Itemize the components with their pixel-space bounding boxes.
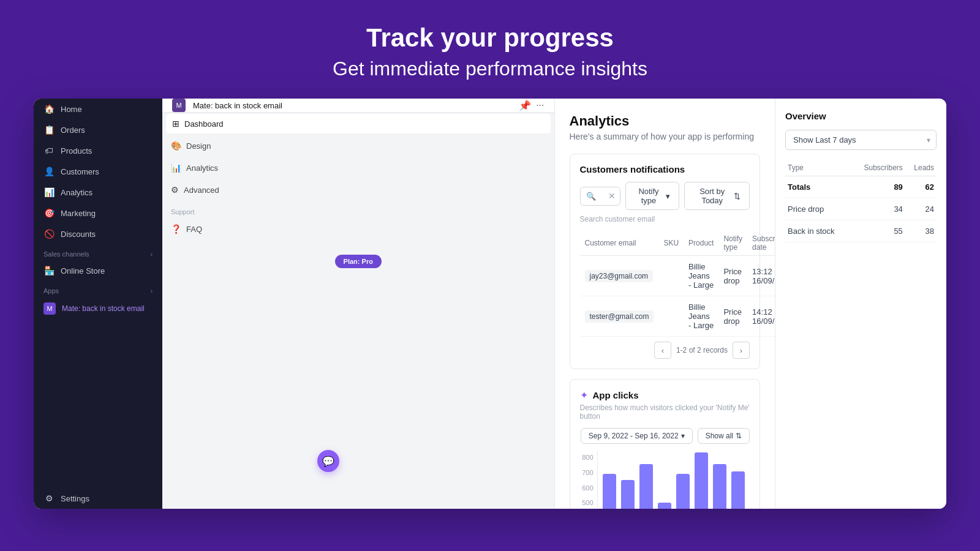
date-chevron-icon: ▾ xyxy=(681,432,685,440)
cell-sub-date: 13:12 - 16/09/2022 xyxy=(747,256,775,296)
sidebar-item-marketing[interactable]: 🎯 Marketing xyxy=(34,203,162,223)
overview-subs-totals: 89 xyxy=(850,176,905,198)
topbar-title: Mate: back in stock email xyxy=(193,101,282,110)
clear-icon[interactable]: ✕ xyxy=(608,191,616,201)
customers-icon: 👤 xyxy=(43,167,55,176)
cell-email: jay23@gmail.com xyxy=(580,256,659,296)
notify-type-button[interactable]: Notify type ▾ xyxy=(625,182,680,210)
sidebar-item-products[interactable]: 🏷 Products xyxy=(34,140,162,161)
pin-icon[interactable]: 📌 xyxy=(519,100,531,111)
sidebar-mid-item-dashboard[interactable]: ⊞ Dashboard xyxy=(166,114,551,133)
sidebar-mid-item-design[interactable]: 🎨 Design xyxy=(162,135,554,157)
col-sku: SKU xyxy=(658,231,684,256)
sales-channels-section: Sales channels › xyxy=(34,244,162,260)
chevron-right-icon: › xyxy=(151,251,153,258)
app-clicks-card: ✦ App clicks Describes how much visitors… xyxy=(570,379,761,509)
app-icon-topbar: M xyxy=(172,99,186,112)
overview-col-subscribers: Subscribers xyxy=(850,160,905,176)
cell-notify-type: Price drop xyxy=(718,296,747,337)
hero-section: Track your progress Get immediate perfor… xyxy=(0,0,980,99)
notify-table: Customer email SKU Product Notify type S… xyxy=(580,231,775,337)
marketing-icon: 🎯 xyxy=(43,208,55,218)
date-range-button[interactable]: Sep 9, 2022 - Sep 16, 2022 ▾ xyxy=(581,428,693,444)
apps-section: Apps › xyxy=(34,281,162,297)
sidebar-item-analytics[interactable]: 📊 Analytics xyxy=(34,182,162,203)
sidebar-item-home[interactable]: 🏠 Home xyxy=(34,99,162,119)
page-subtitle: Here's a summary of how your app is perf… xyxy=(570,132,761,141)
faq-icon: ❓ xyxy=(171,224,181,234)
app-window: 🏠 Home 📋 Orders 🏷 Products 👤 Customers 📊… xyxy=(34,99,946,509)
sort-chevron-icon: ⇅ xyxy=(734,192,741,201)
sidebar-item-customers[interactable]: 👤 Customers xyxy=(34,161,162,182)
overview-table: Type Subscribers Leads Totals 89 62 Pric… xyxy=(785,160,937,242)
overview-col-leads: Leads xyxy=(905,160,937,176)
overview-subs-backstock: 55 xyxy=(850,220,905,242)
cell-product: Billie Jeans - Large xyxy=(684,256,718,296)
prev-page-button[interactable]: ‹ xyxy=(654,342,671,359)
bar-3 xyxy=(639,464,653,509)
sidebar-item-app[interactable]: M Mate: back in stock email xyxy=(34,297,162,320)
overview-leads-backstock: 38 xyxy=(905,220,937,242)
page-title: Analytics xyxy=(570,113,761,129)
col-product: Product xyxy=(684,231,718,256)
dashboard-icon: ⊞ xyxy=(172,119,179,129)
app-clicks-title: App clicks xyxy=(593,390,639,400)
sidebar-item-orders[interactable]: 📋 Orders xyxy=(34,119,162,140)
analytics-icon: 📊 xyxy=(43,187,55,197)
cell-product: Billie Jeans - Large xyxy=(684,296,718,337)
table-row: jay23@gmail.com Billie Jeans - Large Pri… xyxy=(580,256,775,296)
sidebar-item-discounts[interactable]: 🚫 Discounts xyxy=(34,223,162,244)
y-axis-labels: 800 700 600 500 400 300 200 xyxy=(580,451,597,509)
support-label: Support xyxy=(162,201,554,218)
more-icon[interactable]: ··· xyxy=(536,100,544,111)
app-clicks-desc: Describes how much visitors clicked your… xyxy=(580,403,750,421)
discounts-icon: 🚫 xyxy=(43,229,55,239)
hero-subtitle: Get immediate performance insights xyxy=(12,58,968,80)
pagination-row: ‹ 1-2 of 2 records › xyxy=(580,342,750,359)
bar-1 xyxy=(603,474,616,509)
overview-period-select[interactable]: Show Last 7 days xyxy=(785,130,937,150)
store-icon: 🏪 xyxy=(43,266,55,276)
show-all-button[interactable]: Show all ⇅ xyxy=(698,428,750,444)
plan-badge[interactable]: Plan: Pro xyxy=(335,255,382,268)
overview-type-totals: Totals xyxy=(785,176,850,198)
advanced-icon: ⚙ xyxy=(171,185,179,195)
overview-row-totals: Totals 89 62 xyxy=(785,176,937,198)
customers-notifications-card: Customers notifications 🔍 ✕ Notify type … xyxy=(570,154,761,369)
nav-label: Marketing xyxy=(61,209,96,218)
mid-analytics-icon: 📊 xyxy=(171,163,181,173)
search-row: 🔍 ✕ Notify type ▾ Sort by Today ⇅ xyxy=(580,182,750,210)
sidebar-mid: ⊞ Dashboard 🎨 Design 📊 Analytics ⚙ Advan… xyxy=(162,113,554,509)
nav-label: Settings xyxy=(61,494,89,503)
nav-label: Orders xyxy=(61,126,85,135)
chevron-right-icon-apps: › xyxy=(151,288,153,294)
nav-label: Home xyxy=(61,105,82,114)
nav-label: Online Store xyxy=(61,266,105,276)
search-icon: 🔍 xyxy=(586,192,596,201)
card-title: Customers notifications xyxy=(580,164,750,174)
main-content: Analytics Here's a summary of how your a… xyxy=(555,99,775,509)
bar-8 xyxy=(731,471,745,509)
chevron-down-icon: ▾ xyxy=(666,192,670,201)
next-page-button[interactable]: › xyxy=(733,342,750,359)
sidebar-mid-item-analytics[interactable]: 📊 Analytics xyxy=(162,157,554,179)
nav-label: Analytics xyxy=(61,188,92,197)
sidebar-item-online-store[interactable]: 🏪 Online Store xyxy=(34,260,162,281)
nav-label: Discounts xyxy=(61,230,96,239)
col-notify-type: Notify type xyxy=(718,231,747,256)
sidebar-mid-item-advanced[interactable]: ⚙ Advanced xyxy=(162,179,554,201)
sort-button[interactable]: Sort by Today ⇅ xyxy=(684,182,750,210)
app-icon: M xyxy=(43,302,56,315)
search-hint: Search customer email xyxy=(580,215,750,223)
overview-leads-totals: 62 xyxy=(905,176,937,198)
chat-bubble[interactable]: 💬 xyxy=(317,450,339,472)
products-icon: 🏷 xyxy=(43,146,55,156)
chart-controls: Sep 9, 2022 - Sep 16, 2022 ▾ Show all ⇅ xyxy=(580,428,750,444)
sidebar-left: 🏠 Home 📋 Orders 🏷 Products 👤 Customers 📊… xyxy=(34,99,162,509)
bar-7 xyxy=(713,464,726,509)
sidebar-mid-item-faq[interactable]: ❓ FAQ xyxy=(162,218,554,240)
bar-2 xyxy=(621,480,635,509)
search-input-wrap: 🔍 ✕ xyxy=(580,182,620,210)
overview-row-backstock: Back in stock 55 38 xyxy=(785,220,937,242)
settings-item[interactable]: ⚙ Settings xyxy=(34,488,162,509)
